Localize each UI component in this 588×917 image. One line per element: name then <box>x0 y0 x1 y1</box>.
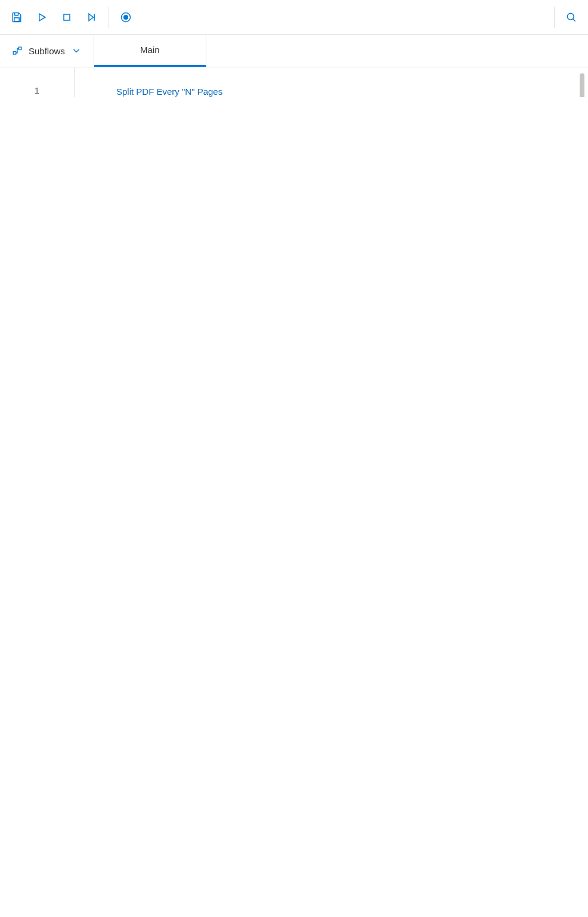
toolbar-separator <box>109 7 109 28</box>
scrollbar[interactable] <box>580 73 584 97</box>
toolbar-group-run <box>5 5 104 29</box>
svg-line-6 <box>573 18 575 21</box>
run-button[interactable] <box>30 5 54 29</box>
svg-rect-8 <box>18 47 21 50</box>
tabbar: Subflows Main <box>0 35 588 67</box>
save-icon <box>11 11 23 23</box>
svg-point-4 <box>124 15 128 19</box>
flow-container: 1 2 3 4 5 6 7 8 9 10 11 12 13 14 Split P… <box>0 67 588 97</box>
record-icon <box>120 11 132 23</box>
toolbar <box>0 0 588 35</box>
subflows-dropdown[interactable]: Subflows <box>0 35 94 67</box>
save-button[interactable] <box>5 5 29 29</box>
recorder-button[interactable] <box>114 5 138 29</box>
svg-rect-0 <box>14 17 19 21</box>
step-icon <box>86 11 98 23</box>
line-number: 1 <box>0 85 74 95</box>
toolbar-separator <box>554 7 555 28</box>
subflows-label: Subflows <box>29 46 65 56</box>
svg-rect-1 <box>64 14 70 20</box>
comment-row[interactable]: Split PDF Every "N" Pages <box>75 86 570 97</box>
chevron-down-icon <box>71 45 82 56</box>
search-button[interactable] <box>559 5 583 29</box>
stop-icon <box>61 11 73 23</box>
search-icon <box>565 11 577 23</box>
tab-main[interactable]: Main <box>94 35 206 67</box>
line-gutter: 1 2 3 4 5 6 7 8 9 10 11 12 13 14 <box>0 67 75 97</box>
comment-link[interactable]: Split PDF Every "N" Pages <box>75 86 222 97</box>
subflows-icon <box>12 45 23 56</box>
play-icon <box>36 11 48 23</box>
flow-body: Split PDF Every "N" Pages Display select… <box>75 67 588 97</box>
svg-rect-7 <box>13 52 16 55</box>
step-button[interactable] <box>80 5 104 29</box>
stop-button[interactable] <box>55 5 79 29</box>
